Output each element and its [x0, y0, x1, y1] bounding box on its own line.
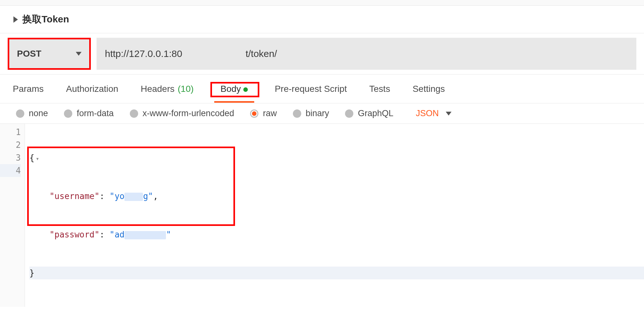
url-input[interactable]: http://127.0.0.1:80 t/token/	[97, 38, 636, 70]
tab-tests-label: Tests	[369, 84, 390, 94]
body-type-urlencoded[interactable]: x-www-form-urlencoded	[130, 108, 234, 118]
redacted-value	[124, 193, 143, 201]
request-title-bar: 换取Token	[0, 6, 644, 33]
tab-tests[interactable]: Tests	[369, 76, 390, 102]
code-line: }	[29, 267, 644, 279]
code-line: "password": "ad"	[29, 228, 644, 241]
radio-icon	[130, 109, 138, 118]
tab-pre-request-label: Pre-request Script	[275, 84, 347, 94]
tab-headers-count: (10)	[178, 84, 194, 94]
body-type-none[interactable]: none	[16, 108, 48, 118]
body-type-graphql-label: GraphQL	[358, 108, 393, 118]
code-line: "username": "yog",	[29, 190, 644, 203]
editor-code[interactable]: {▾ "username": "yog", "password": "ad" }	[25, 124, 644, 307]
http-method-value: POST	[17, 49, 76, 59]
body-type-raw-label: raw	[263, 108, 277, 118]
radio-icon	[293, 109, 301, 118]
http-method-select[interactable]: POST	[8, 38, 91, 70]
url-redacted-segment	[184, 49, 244, 58]
editor: 1 2 3 4 {▾ "username": "yog", "password"…	[0, 124, 644, 307]
body-indicator-dot	[243, 87, 248, 92]
body-type-form-data[interactable]: form-data	[64, 108, 114, 118]
body-type-binary[interactable]: binary	[293, 108, 329, 118]
tab-settings-label: Settings	[412, 84, 445, 94]
tab-settings[interactable]: Settings	[412, 76, 445, 102]
json-value-post: "	[166, 230, 171, 239]
body-type-none-label: none	[29, 108, 48, 118]
radio-icon	[64, 109, 72, 118]
body-type-graphql[interactable]: GraphQL	[345, 108, 393, 118]
colon: :	[99, 230, 105, 239]
radio-icon	[345, 109, 353, 118]
raw-format-label: JSON	[416, 108, 439, 118]
json-value-pre: "ad	[109, 230, 124, 239]
radio-icon-selected	[250, 109, 258, 118]
json-value-pre: "yo	[109, 191, 124, 201]
body-type-binary-label: binary	[306, 108, 329, 118]
radio-icon	[16, 109, 24, 118]
comma: ,	[153, 191, 158, 201]
json-key: "password"	[50, 230, 100, 239]
tab-params-label: Params	[13, 84, 43, 94]
raw-format-select[interactable]: JSON	[416, 108, 452, 118]
tab-headers-label: Headers	[141, 84, 175, 94]
body-type-form-data-label: form-data	[77, 108, 114, 118]
tab-body-inner: Body	[216, 83, 253, 95]
tab-pre-request[interactable]: Pre-request Script	[275, 76, 347, 102]
line-number: 4	[0, 164, 21, 177]
body-type-raw[interactable]: raw	[250, 108, 277, 118]
line-number: 3	[0, 151, 21, 164]
body-type-row: none form-data x-www-form-urlencoded raw…	[0, 103, 644, 124]
line-number: 1	[0, 126, 21, 139]
editor-gutter: 1 2 3 4	[0, 124, 25, 307]
tab-strip-border	[0, 0, 644, 6]
brace: }	[29, 268, 35, 278]
line-number: 2	[0, 139, 21, 151]
json-key: "username"	[50, 191, 100, 201]
chevron-down-icon	[76, 52, 82, 56]
request-name: 换取Token	[22, 13, 69, 26]
json-value-post: g"	[143, 191, 153, 201]
chevron-down-icon	[446, 112, 452, 116]
url-text-prefix: http://127.0.0.1:80	[105, 48, 182, 59]
caret-right-icon[interactable]	[13, 16, 18, 23]
colon: :	[99, 191, 105, 201]
tab-body-label: Body	[221, 84, 241, 94]
tab-params[interactable]: Params	[13, 76, 43, 102]
request-tabs: Params Authorization Headers (10) Body P…	[0, 75, 644, 103]
body-type-urlencoded-label: x-www-form-urlencoded	[143, 108, 234, 118]
redacted-value	[124, 231, 166, 239]
tab-headers[interactable]: Headers (10)	[141, 76, 194, 102]
fold-caret-icon[interactable]: ▾	[36, 155, 39, 162]
tab-authorization[interactable]: Authorization	[66, 76, 118, 102]
url-text-suffix: t/token/	[246, 48, 277, 59]
method-url-row: POST http://127.0.0.1:80 t/token/	[0, 33, 644, 75]
tab-body[interactable]: Body	[216, 76, 253, 102]
brace: {	[29, 153, 35, 163]
code-line: {▾	[29, 151, 644, 164]
tab-authorization-label: Authorization	[66, 84, 118, 94]
